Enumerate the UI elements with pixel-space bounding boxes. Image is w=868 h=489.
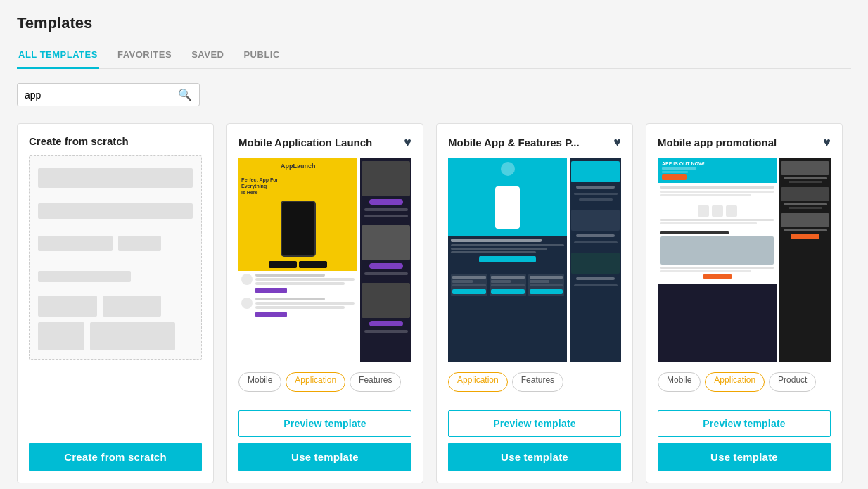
scratch-block [103, 296, 162, 317]
logo-circle [501, 162, 515, 176]
card-scratch: Create from scratch [17, 123, 214, 483]
side-thumb-3 [362, 283, 410, 318]
promo-header: APP IS OUT NOW! [658, 158, 777, 183]
promo-actions: Preview template Use template [646, 410, 842, 483]
store-buttons [269, 261, 327, 268]
scratch-row-3 [38, 230, 193, 258]
template-cards: Create from scratch [17, 123, 851, 483]
card-launch-title: Mobile Application Launch ♥ [238, 135, 411, 150]
favorite-icon-launch[interactable]: ♥ [404, 135, 411, 150]
side-thumb-1 [362, 161, 410, 196]
feat-phone [495, 186, 520, 229]
favorite-icon-promo[interactable]: ♥ [823, 135, 831, 150]
card-scratch-title: Create from scratch [29, 135, 202, 147]
features-tags: Application Features [448, 372, 621, 392]
launch-side-panel [360, 158, 411, 362]
tag-application[interactable]: Application [286, 372, 345, 392]
use-template-button-features[interactable]: Use template [448, 443, 621, 471]
scratch-actions: Create from scratch [18, 443, 213, 483]
card-scratch-body: Create from scratch [18, 124, 213, 443]
scratch-block [38, 271, 131, 282]
promo-side-thumb-3 [781, 213, 829, 227]
search-icon[interactable]: 🔍 [178, 88, 192, 101]
use-template-button-promo[interactable]: Use template [658, 443, 831, 471]
features-actions: Preview template Use template [437, 410, 632, 483]
scratch-block [38, 168, 193, 188]
search-input[interactable] [25, 89, 178, 101]
card-mobile-launch: Mobile Application Launch ♥ AppLaunch Pe… [226, 123, 423, 483]
search-bar: 🔍 [17, 83, 200, 106]
appstore-btn [269, 261, 297, 268]
side-thumb-2 [362, 225, 410, 260]
card-launch-body: Mobile Application Launch ♥ AppLaunch Pe… [227, 124, 423, 410]
promo-main-panel: APP IS OUT NOW! [658, 158, 777, 362]
promo-icon-2 [712, 205, 723, 217]
promo-icon-3 [726, 205, 737, 217]
tag-mobile-promo[interactable]: Mobile [658, 372, 701, 392]
launch-actions: Preview template Use template [227, 410, 423, 483]
card-promo-title: Mobile app promotional ♥ [658, 135, 831, 150]
promo-icon-1 [698, 205, 709, 217]
promo-tags: Mobile Application Product [658, 372, 831, 392]
scratch-block [38, 203, 193, 219]
tab-public[interactable]: PUBLIC [242, 44, 281, 69]
launch-main-panel: AppLaunch Perfect App ForEverythingIs He… [238, 158, 357, 362]
scratch-row-2 [38, 198, 193, 225]
scratch-block [118, 236, 162, 251]
tab-bar: ALL TEMPLATES FAVORITES SAVED PUBLIC [17, 44, 851, 69]
features-main-panel [448, 158, 567, 362]
tag-mobile[interactable]: Mobile [238, 372, 281, 392]
promo-side-thumb-1 [781, 161, 829, 175]
promo-learn-btn [703, 274, 732, 279]
tag-product-promo[interactable]: Product [769, 372, 816, 392]
tab-favorites[interactable]: FAVORITES [116, 44, 173, 69]
use-template-button-launch[interactable]: Use template [238, 443, 411, 471]
price-card-1 [451, 274, 487, 296]
promo-img-landscape [660, 236, 774, 265]
page-title: Templates [17, 14, 851, 32]
scratch-tags [29, 369, 202, 389]
scratch-block [38, 296, 97, 317]
phone-hold [448, 179, 567, 236]
phone-mockup [281, 201, 316, 257]
learn-more-btn [255, 288, 287, 293]
launch-tags: Mobile Application Features [238, 372, 411, 392]
promo-preview: APP IS OUT NOW! [658, 158, 831, 362]
get-it-btn [452, 289, 486, 294]
scratch-preview [29, 155, 202, 360]
features-side-panel [570, 158, 621, 362]
preview-template-button-promo[interactable]: Preview template [658, 410, 831, 437]
pricing-cards [451, 274, 564, 296]
promo-cta-btn [662, 174, 687, 180]
scratch-row-4 [38, 263, 193, 291]
tag-application-promo[interactable]: Application [705, 372, 765, 392]
card-promo-body: Mobile app promotional ♥ APP IS OUT NOW! [646, 124, 842, 410]
create-from-scratch-button[interactable]: Create from scratch [29, 443, 202, 471]
promo-section-1 [658, 183, 777, 201]
features-preview [448, 158, 621, 362]
googleplay-btn [299, 261, 327, 268]
launch-preview: AppLaunch Perfect App ForEverythingIs He… [238, 158, 411, 362]
preview-template-button-launch[interactable]: Preview template [238, 410, 411, 437]
scratch-row-6 [38, 322, 193, 350]
scratch-row-5 [38, 296, 193, 317]
favorite-icon-features[interactable]: ♥ [613, 135, 621, 150]
learn-more-btn-2 [255, 312, 287, 317]
feat-header [448, 158, 567, 179]
tag-features-feat[interactable]: Features [512, 372, 563, 392]
tag-features[interactable]: Features [350, 372, 401, 392]
feat-cta-btn [479, 256, 536, 262]
preview-template-button-features[interactable]: Preview template [448, 410, 621, 437]
card-features-title: Mobile App & Features P... ♥ [448, 135, 621, 150]
tag-application-feat[interactable]: Application [448, 372, 508, 392]
scratch-block [38, 322, 84, 350]
scratch-block [90, 322, 175, 350]
price-card-2 [490, 274, 526, 296]
tab-all-templates[interactable]: ALL TEMPLATES [17, 44, 99, 69]
promo-icons [660, 205, 774, 217]
tab-saved[interactable]: SAVED [190, 44, 225, 69]
card-features-body: Mobile App & Features P... ♥ [437, 124, 632, 410]
feature-icon [241, 274, 253, 285]
scratch-block [38, 236, 113, 251]
price-card-3 [528, 274, 565, 296]
